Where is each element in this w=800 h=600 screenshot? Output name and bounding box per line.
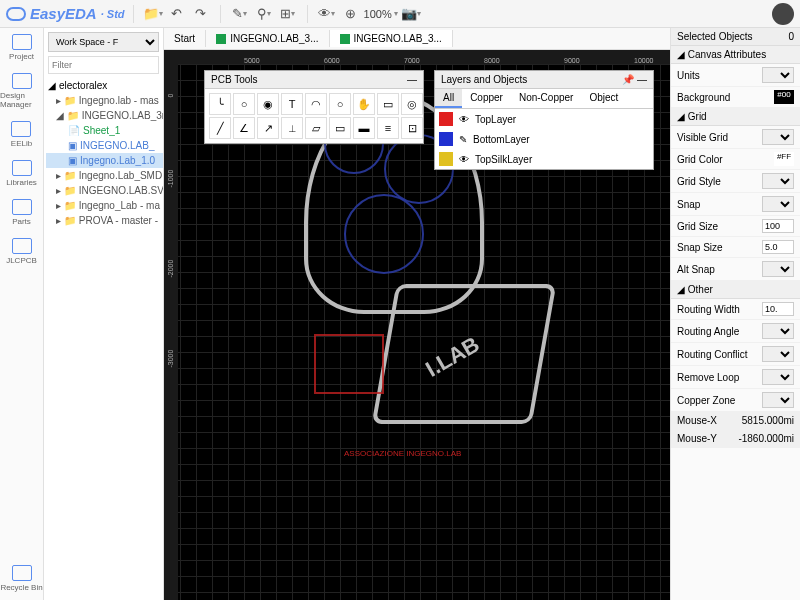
workspace-select[interactable]: Work Space - F [48,32,159,52]
layer-row-top[interactable]: 👁TopLayer [435,109,653,129]
eye-icon[interactable]: 👁 [459,114,469,125]
tree-node-pcb[interactable]: ▣ INGEGNO.LAB_ [46,138,163,153]
tree-node[interactable]: ▸ 📁 Ingegno_Lab - ma [46,198,163,213]
tool-solid-icon[interactable]: ▬ [353,117,375,139]
layer-color-swatch [439,152,453,166]
layer-tab-noncopper[interactable]: Non-Copper [511,89,581,108]
redo-icon[interactable]: ↷ [190,3,212,25]
chip-icon [11,121,31,137]
routing-conflict-select[interactable] [762,346,794,362]
tab-doc2[interactable]: INGEGNO.LAB_3... [330,30,453,47]
background-swatch[interactable]: #00 [774,90,794,104]
tab-doc1[interactable]: INGEGNO.LAB_3... [206,30,329,47]
app-logo: EasyEDA · Std [6,5,125,22]
layer-row-bottom[interactable]: ✎BottomLayer [435,129,653,149]
sidebar-design-manager[interactable]: Design Manager [0,73,43,109]
section-other[interactable]: ◢ Other [671,281,800,299]
tool-line-icon[interactable]: ╱ [209,117,231,139]
mouse-x-label: Mouse-X [677,415,717,426]
tool-arc-icon[interactable]: ◠ [305,93,327,115]
minimize-icon[interactable]: — [637,74,647,85]
snap-size-label: Snap Size [677,242,723,253]
pcb-tools-panel[interactable]: PCB Tools— ╰ ○ ◉ T ◠ ○ ✋ ▭ ◎ ╱ ∠ ↗ [204,70,424,144]
tool-group-icon[interactable]: ⊡ [401,117,423,139]
tree-node[interactable]: ▸ 📁 Ingegno.Lab_SMD [46,168,163,183]
visible-grid-select[interactable] [762,129,794,145]
tree-node[interactable]: ▸ 📁 Ingegno.lab - mas [46,93,163,108]
tool-dimension-icon[interactable]: ↗ [257,117,279,139]
tool-connect-icon[interactable]: ⟂ [281,117,303,139]
pencil-icon[interactable]: ✎ [459,134,467,145]
tool-region-icon[interactable]: ▱ [305,117,327,139]
pin-icon[interactable]: 📌 [622,74,634,85]
search-icon [12,160,32,176]
routing-width-label: Routing Width [677,304,740,315]
tool-via-icon[interactable]: ◉ [257,93,279,115]
tool-angle-icon[interactable]: ∠ [233,117,255,139]
tree-node[interactable]: ▸ 📁 PROVA - master - [46,213,163,228]
tree-node-sheet[interactable]: 📄 Sheet_1 [46,123,163,138]
layer-color-swatch [439,112,453,126]
layer-tab-object[interactable]: Object [581,89,626,108]
user-avatar[interactable] [772,3,794,25]
tool-rect-icon[interactable]: ▭ [377,93,399,115]
tool-track-icon[interactable]: ╰ [209,93,231,115]
layer-tab-all[interactable]: All [435,89,462,108]
zoom-icon[interactable]: ⊕ [340,3,362,25]
tree-node-pcb-selected[interactable]: ▣ Ingegno.Lab_1.0 [46,153,163,168]
sidebar-parts[interactable]: Parts [12,199,32,226]
sidebar-jlcpcb[interactable]: JLCPCB [6,238,37,265]
tool-circle-icon[interactable]: ○ [329,93,351,115]
routing-angle-select[interactable] [762,323,794,339]
tool-copper-icon[interactable]: ▭ [329,117,351,139]
zoom-level[interactable]: 100% [364,8,392,20]
alt-snap-select[interactable] [762,261,794,277]
snap-size-input[interactable] [762,240,794,254]
tool-text-icon[interactable]: T [281,93,303,115]
minimize-icon[interactable]: — [407,74,417,85]
units-select[interactable] [762,67,794,83]
tool-hole-icon[interactable]: ◎ [401,93,423,115]
pcb-text-assoc: ASSOCIAZIONE INGEGNO.LAB [344,449,461,458]
sidebar-eelib[interactable]: EELib [11,121,32,148]
tool-pad-icon[interactable]: ○ [233,93,255,115]
tree-node[interactable]: ▸ 📁 INGEGNO.LAB.SV [46,183,163,198]
pcb-canvas[interactable]: 0-1000-2000-3000 I.LAB ASSOCIAZIONE INGE… [164,64,670,600]
sidebar-libraries[interactable]: Libraries [6,160,37,187]
mouse-y-label: Mouse-Y [677,433,717,444]
filter-input[interactable] [48,56,159,74]
remove-loop-label: Remove Loop [677,372,739,383]
camera-icon[interactable]: 📷▾ [400,3,422,25]
tab-start[interactable]: Start [164,30,206,47]
file-menu-icon[interactable]: 📁▾ [142,3,164,25]
layers-panel[interactable]: Layers and Objects📌 — All Copper Non-Cop… [434,70,654,170]
tool-measure-icon[interactable]: ≡ [377,117,399,139]
tree-node[interactable]: ◢ 📁 INGEGNO.LAB_3r [46,108,163,123]
mouse-x-value: 5815.000mi [742,415,794,426]
layer-row-silk[interactable]: 👁TopSilkLayer [435,149,653,169]
sidebar-project[interactable]: Project [9,34,34,61]
align-icon[interactable]: ⊞▾ [277,3,299,25]
remove-loop-select[interactable] [762,369,794,385]
trash-icon [12,565,32,581]
undo-icon[interactable]: ↶ [166,3,188,25]
tool-move-icon[interactable]: ✋ [353,93,375,115]
alt-snap-label: Alt Snap [677,264,715,275]
layer-tab-copper[interactable]: Copper [462,89,511,108]
sidebar-recycle-bin[interactable]: Recycle Bin [0,565,42,592]
eye-icon[interactable]: 👁▾ [316,3,338,25]
eye-icon[interactable]: 👁 [459,154,469,165]
snap-select[interactable] [762,196,794,212]
grid-style-label: Grid Style [677,176,721,187]
section-canvas[interactable]: ◢ Canvas Attributes [671,46,800,64]
tree-root[interactable]: ◢ electoralex [46,78,163,93]
pencil-icon[interactable]: ✎▾ [229,3,251,25]
section-grid[interactable]: ◢ Grid [671,108,800,126]
ruler-vertical: 0-1000-2000-3000 [164,64,178,600]
copper-zone-select[interactable] [762,392,794,408]
grid-color-swatch[interactable]: #FF [774,152,794,166]
pin-icon[interactable]: ⚲▾ [253,3,275,25]
routing-width-input[interactable] [762,302,794,316]
grid-size-input[interactable] [762,219,794,233]
grid-style-select[interactable] [762,173,794,189]
